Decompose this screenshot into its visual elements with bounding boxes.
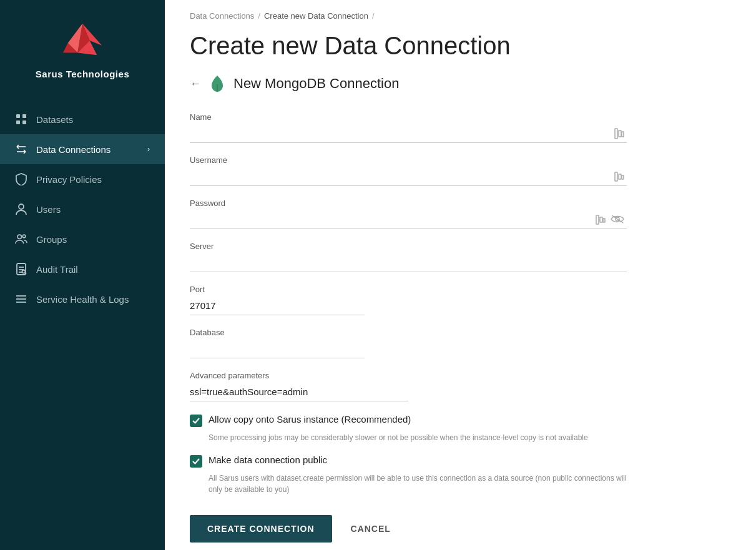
swap-icon xyxy=(15,143,27,155)
database-input[interactable] xyxy=(190,340,365,358)
svg-point-9 xyxy=(19,204,24,209)
username-input[interactable] xyxy=(190,167,627,186)
name-input-wrapper xyxy=(190,124,627,143)
advanced-input[interactable] xyxy=(190,383,408,401)
sidebar-item-label: Users xyxy=(36,204,150,215)
svg-rect-22 xyxy=(615,129,617,139)
svg-rect-29 xyxy=(600,217,602,222)
username-input-wrapper xyxy=(190,167,627,186)
form-group-port: Port xyxy=(190,285,627,315)
sidebar-item-label: Audit Trail xyxy=(36,264,150,275)
password-input-wrapper xyxy=(190,210,627,229)
svg-rect-30 xyxy=(603,219,605,222)
svg-point-11 xyxy=(22,235,26,238)
checkbox1-label: Allow copy onto Sarus instance (Recommen… xyxy=(209,414,411,425)
main-content: Data Connections / Create new Data Conne… xyxy=(165,0,756,550)
chevron-right-icon: › xyxy=(147,145,150,154)
sidebar-logo: Sarus Technologies xyxy=(0,0,165,92)
brand-logo-icon xyxy=(57,19,107,62)
form-group-name: Name xyxy=(190,112,627,143)
sidebar-item-label: Privacy Policies xyxy=(36,174,150,185)
svg-rect-24 xyxy=(622,132,624,137)
username-label: Username xyxy=(190,155,627,165)
checkbox1-hint: Some processing jobs may be considerably… xyxy=(209,432,627,443)
server-label: Server xyxy=(190,242,627,251)
server-input-wrapper xyxy=(190,253,627,272)
server-input[interactable] xyxy=(190,253,627,272)
svg-rect-8 xyxy=(22,120,26,124)
button-row: CREATE CONNECTION CANCEL xyxy=(190,515,627,543)
name-label: Name xyxy=(190,112,627,122)
form-group-server: Server xyxy=(190,242,627,272)
connection-header: ← New MongoDB Connection xyxy=(190,75,731,92)
sidebar-item-datasets[interactable]: Datasets xyxy=(0,104,165,134)
sidebar-item-label: Groups xyxy=(36,234,150,245)
svg-rect-5 xyxy=(16,114,20,118)
sidebar-item-label: Service Health & Logs xyxy=(36,294,150,305)
form-group-database: Database xyxy=(190,328,627,358)
sidebar-item-groups[interactable]: Groups xyxy=(0,224,165,254)
form-group-advanced: Advanced parameters xyxy=(190,371,627,401)
user-icon xyxy=(15,203,27,215)
advanced-label: Advanced parameters xyxy=(190,371,627,380)
sidebar-item-data-connections[interactable]: Data Connections › xyxy=(0,134,165,164)
grid-icon xyxy=(15,113,27,125)
sidebar-item-service-health[interactable]: Service Health & Logs xyxy=(0,284,165,314)
mongodb-leaf-icon xyxy=(209,75,226,92)
breadcrumb-sep2: / xyxy=(372,11,375,21)
svg-rect-27 xyxy=(622,175,624,179)
checkbox2-row: Make data connection public xyxy=(190,454,627,468)
sidebar: Sarus Technologies Datasets Data Connect… xyxy=(0,0,165,550)
username-input-icon xyxy=(614,171,624,182)
form-group-password: Password xyxy=(190,199,627,229)
svg-rect-28 xyxy=(596,215,599,224)
sidebar-item-label: Data Connections xyxy=(36,144,139,155)
page-title: Create new Data Connection xyxy=(190,32,731,60)
allow-copy-checkbox[interactable] xyxy=(190,415,202,427)
cancel-button[interactable]: CANCEL xyxy=(345,515,397,543)
svg-rect-6 xyxy=(22,114,26,118)
breadcrumb: Data Connections / Create new Data Conne… xyxy=(190,0,731,27)
search-file-icon xyxy=(15,263,27,275)
svg-rect-23 xyxy=(619,130,621,137)
users-icon xyxy=(15,233,27,245)
name-input-icon xyxy=(614,128,624,139)
form-group-username: Username xyxy=(190,155,627,186)
sidebar-item-users[interactable]: Users xyxy=(0,194,165,224)
checkbox1-row: Allow copy onto Sarus instance (Recommen… xyxy=(190,414,627,427)
svg-rect-7 xyxy=(16,120,20,124)
sidebar-item-label: Datasets xyxy=(36,114,150,125)
database-input-wrapper xyxy=(190,340,627,358)
name-input[interactable] xyxy=(190,124,627,143)
list-icon xyxy=(15,293,27,305)
breadcrumb-sep1: / xyxy=(258,11,260,21)
password-input[interactable] xyxy=(190,210,627,229)
password-input-icons xyxy=(596,214,624,225)
make-public-checkbox[interactable] xyxy=(190,455,202,468)
checkbox2-hint: All Sarus users with dataset.create perm… xyxy=(209,473,627,495)
svg-point-10 xyxy=(17,235,21,238)
sidebar-item-privacy-policies[interactable]: Privacy Policies xyxy=(0,164,165,194)
breadcrumb-current: Create new Data Connection xyxy=(264,11,368,21)
toggle-password-icon[interactable] xyxy=(611,214,624,224)
sidebar-item-audit-trail[interactable]: Audit Trail xyxy=(0,254,165,284)
port-label: Port xyxy=(190,285,627,294)
svg-rect-25 xyxy=(615,172,617,181)
port-input[interactable] xyxy=(190,297,365,315)
password-label: Password xyxy=(190,199,627,208)
database-label: Database xyxy=(190,328,627,337)
svg-rect-26 xyxy=(619,174,621,179)
connection-title: New MongoDB Connection xyxy=(233,76,399,92)
back-button[interactable]: ← xyxy=(190,77,201,91)
create-connection-button[interactable]: CREATE CONNECTION xyxy=(190,515,332,543)
svg-point-16 xyxy=(22,270,26,273)
brand-name: Sarus Technologies xyxy=(36,69,129,79)
breadcrumb-parent[interactable]: Data Connections xyxy=(190,11,254,21)
advanced-input-wrapper xyxy=(190,383,627,401)
form-section: Name Username xyxy=(190,112,627,543)
port-input-wrapper xyxy=(190,297,627,315)
shield-icon xyxy=(15,173,27,185)
sidebar-nav: Datasets Data Connections › Privacy Poli… xyxy=(0,104,165,550)
checkbox2-label: Make data connection public xyxy=(209,454,327,465)
